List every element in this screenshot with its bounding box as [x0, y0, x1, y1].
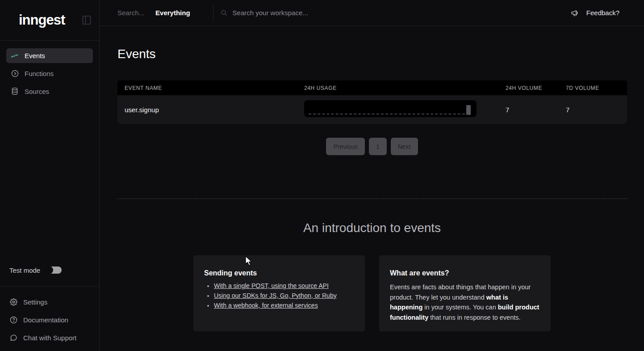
card-title: Sending events	[204, 269, 354, 277]
intro-heading: An introduction to events	[100, 221, 644, 235]
search-shortcut-label[interactable]: Search...	[117, 9, 144, 17]
topbar-divider	[213, 4, 213, 22]
link-source-api[interactable]: With a single POST, using the source API	[214, 282, 329, 289]
sidebar-nav: Events Functions Sources	[0, 41, 99, 99]
body-text: in your systems. You can	[422, 304, 498, 311]
intro-cards: Sending events With a single POST, using…	[100, 255, 644, 331]
sparkline-baseline	[309, 114, 465, 114]
sidebar-item-chat-support[interactable]: Chat with Support	[9, 329, 90, 347]
search-scope-selector[interactable]: Everything	[155, 9, 190, 17]
column-header-7d-volume: 7D VOLUME	[566, 85, 627, 91]
list-item: With a webhook, for external services	[214, 302, 354, 309]
what-are-events-card: What are events? Events are facts about …	[379, 255, 551, 331]
workspace-search	[221, 9, 571, 17]
column-header-24h-volume: 24H VOLUME	[506, 85, 566, 91]
gear-icon	[9, 298, 17, 306]
question-circle-icon	[9, 316, 17, 324]
feedback-button[interactable]: Feedback?	[571, 9, 619, 17]
sidebar-item-label: Functions	[25, 70, 54, 77]
column-header-event-name: EVENT NAME	[117, 85, 304, 91]
sparkline-bar	[466, 105, 471, 115]
card-title: What are events?	[390, 269, 540, 277]
section-divider	[117, 199, 627, 199]
sidebar: inngest Events	[0, 0, 100, 351]
footer-item-label: Settings	[23, 298, 47, 306]
event-name-cell[interactable]: user.signup	[117, 106, 304, 114]
workspace-search-input[interactable]	[233, 9, 411, 17]
page-number-button[interactable]: 1	[369, 138, 387, 155]
chat-bubble-icon	[9, 334, 17, 342]
sending-events-card: Sending events With a single POST, using…	[193, 255, 365, 331]
database-icon	[11, 88, 19, 95]
search-icon	[221, 9, 227, 16]
test-mode-row: Test mode	[0, 261, 99, 279]
sidebar-item-sources[interactable]: Sources	[6, 84, 93, 99]
sidebar-header: inngest	[0, 0, 99, 41]
sidebar-item-label: Sources	[25, 88, 49, 95]
test-mode-label: Test mode	[9, 266, 40, 274]
usage-sparkline-chart	[304, 100, 477, 117]
collapse-sidebar-icon[interactable]	[82, 15, 91, 25]
sidebar-item-functions[interactable]: Functions	[6, 66, 93, 81]
next-page-button[interactable]: Next	[391, 138, 418, 155]
feedback-label: Feedback?	[586, 9, 619, 17]
previous-page-button[interactable]: Previous	[326, 138, 364, 155]
column-header-24h-usage: 24H USAGE	[304, 85, 506, 91]
topbar: Search... Everything Feedback?	[100, 0, 644, 26]
card-body: Events are facts about things that happe…	[390, 282, 540, 322]
sidebar-item-events[interactable]: Events	[6, 48, 93, 63]
volume-24h-cell: 7	[506, 106, 566, 114]
test-mode-toggle[interactable]	[46, 266, 62, 274]
list-item: Using our SDKs for JS, Go, Python, or Ru…	[214, 292, 354, 300]
sidebar-item-settings[interactable]: Settings	[9, 293, 90, 311]
toggle-knob	[45, 266, 53, 274]
main-content: Events EVENT NAME 24H USAGE 24H VOLUME 7…	[100, 26, 644, 351]
sidebar-item-documentation[interactable]: Documentation	[9, 311, 90, 329]
table-header-row: EVENT NAME 24H USAGE 24H VOLUME 7D VOLUM…	[117, 80, 627, 95]
footer-item-label: Chat with Support	[23, 334, 76, 342]
events-table: EVENT NAME 24H USAGE 24H VOLUME 7D VOLUM…	[117, 80, 627, 124]
sidebar-footer: Settings Documentation C	[0, 286, 99, 351]
volume-7d-cell: 7	[566, 106, 627, 114]
function-circle-icon	[11, 70, 19, 77]
sidebar-item-label: Events	[25, 52, 45, 59]
sidebar-bottom: Test mode Settings	[0, 261, 99, 351]
list-item: With a single POST, using the source API	[214, 282, 354, 290]
pagination: Previous 1 Next	[100, 138, 644, 155]
megaphone-icon	[571, 9, 579, 17]
usage-sparkline-cell	[304, 100, 506, 119]
link-sdks[interactable]: Using our SDKs for JS, Go, Python, or Ru…	[214, 292, 337, 299]
footer-item-label: Documentation	[23, 316, 68, 324]
link-webhook[interactable]: With a webhook, for external services	[214, 302, 318, 309]
events-sparkline-icon	[11, 53, 19, 59]
card-link-list: With a single POST, using the source API…	[204, 282, 354, 309]
body-text: Events are facts about things that happe…	[390, 283, 531, 301]
table-row[interactable]: user.signup 7 7	[117, 95, 627, 124]
inngest-logo: inngest	[19, 12, 65, 28]
page-title: Events	[117, 47, 156, 61]
body-text: that runs in response to events.	[428, 314, 520, 321]
